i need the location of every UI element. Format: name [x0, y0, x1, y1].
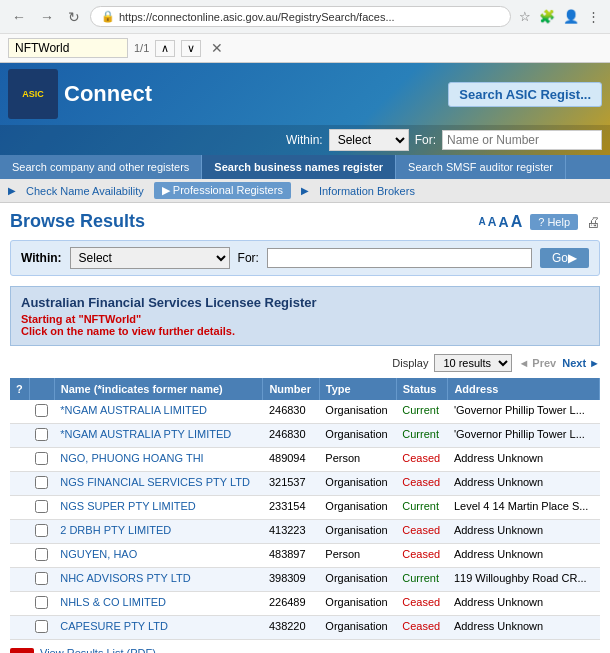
row-name-3[interactable]: NGS FINANCIAL SERVICES PTY LTD [54, 472, 263, 496]
row-status-6: Ceased [396, 544, 448, 568]
row-name-0[interactable]: *NGAM AUSTRALIA LIMITED [54, 400, 263, 424]
secondary-nav: ▶ Check Name Availability ▶ Professional… [0, 179, 610, 203]
pagination-controls-top: Display 10 results ◄ Prev Next ► [392, 354, 600, 372]
register-title: Australian Financial Services Licensee R… [21, 295, 589, 310]
table-row: NHC ADVISORS PTY LTD 398309 Organisation… [10, 568, 600, 592]
row-address-5: Address Unknown [448, 520, 600, 544]
row-help-4 [10, 496, 29, 520]
asic-logo: ASIC [8, 69, 58, 119]
pdf-content: View Results List (PDF) (only the result… [40, 646, 309, 653]
header-address: Address [448, 378, 600, 400]
row-status-1: Current [396, 424, 448, 448]
next-button-top[interactable]: Next ► [562, 357, 600, 369]
main-content: Browse Results A A A A ? Help 🖨 Within: … [0, 203, 610, 653]
back-browser-button[interactable]: ← [8, 7, 30, 27]
information-brokers-link[interactable]: Information Brokers [319, 185, 415, 197]
table-row: NGS FINANCIAL SERVICES PTY LTD 321537 Or… [10, 472, 600, 496]
prev-button-top[interactable]: ◄ Prev [518, 357, 556, 369]
tab-business-names[interactable]: Search business names register [202, 155, 396, 179]
pdf-link[interactable]: View Results List (PDF) [40, 647, 156, 653]
row-checkbox-2[interactable] [29, 448, 54, 472]
extensions-button[interactable]: 🧩 [537, 7, 557, 26]
help-button[interactable]: ? Help [530, 214, 578, 230]
register-info: Australian Financial Services Licensee R… [10, 286, 600, 346]
check-name-link[interactable]: Check Name Availability [26, 185, 144, 197]
table-row: CAPESURE PTY LTD 438220 Organisation Cea… [10, 616, 600, 640]
row-checkbox-8[interactable] [29, 592, 54, 616]
browse-header: Browse Results A A A A ? Help 🖨 [10, 211, 600, 232]
info-brokers-triangle: ▶ [301, 185, 309, 196]
find-prev-button[interactable]: ∧ [155, 40, 175, 57]
row-checkbox-0[interactable] [29, 400, 54, 424]
search-for-label: For: [238, 251, 259, 265]
search-asic-box: Search ASIC Regist... [448, 82, 602, 107]
row-checkbox-9[interactable] [29, 616, 54, 640]
header-for-input[interactable] [442, 130, 602, 150]
search-for-input[interactable] [267, 248, 532, 268]
display-label: Display [392, 357, 428, 369]
font-size-xlarge[interactable]: A [511, 213, 523, 231]
menu-button[interactable]: ⋮ [585, 7, 602, 26]
table-row: NGS SUPER PTY LIMITED 233154 Organisatio… [10, 496, 600, 520]
font-size-medium[interactable]: A [488, 213, 497, 231]
row-name-6[interactable]: NGUYEN, HAO [54, 544, 263, 568]
print-button[interactable]: 🖨 [586, 214, 600, 230]
row-name-2[interactable]: NGO, PHUONG HOANG THI [54, 448, 263, 472]
header-checkbox [29, 378, 54, 400]
row-status-9: Ceased [396, 616, 448, 640]
row-address-7: 119 Willoughby Road CR... [448, 568, 600, 592]
header-within-select[interactable]: Select [329, 129, 409, 151]
row-name-7[interactable]: NHC ADVISORS PTY LTD [54, 568, 263, 592]
row-help-7 [10, 568, 29, 592]
find-next-button[interactable]: ∨ [181, 40, 201, 57]
find-close-button[interactable]: ✕ [211, 40, 223, 56]
row-number-3: 321537 [263, 472, 319, 496]
row-type-1: Organisation [319, 424, 396, 448]
row-checkbox-7[interactable] [29, 568, 54, 592]
row-type-9: Organisation [319, 616, 396, 640]
row-name-1[interactable]: *NGAM AUSTRALIA PTY LIMITED [54, 424, 263, 448]
page-title: Browse Results [10, 211, 145, 232]
bookmark-button[interactable]: ☆ [517, 7, 533, 26]
row-help-9 [10, 616, 29, 640]
font-size-large[interactable]: A [499, 213, 509, 231]
row-number-7: 398309 [263, 568, 319, 592]
row-name-5[interactable]: 2 DRBH PTY LIMITED [54, 520, 263, 544]
row-status-0: Current [396, 400, 448, 424]
row-help-0 [10, 400, 29, 424]
find-input[interactable] [8, 38, 128, 58]
row-status-2: Ceased [396, 448, 448, 472]
browser-toolbar: ← → ↻ 🔒 https://connectonline.asic.gov.a… [0, 0, 610, 33]
professional-registers-button[interactable]: ▶ Professional Registers [154, 182, 291, 199]
row-help-6 [10, 544, 29, 568]
tab-smsf-auditor[interactable]: Search SMSF auditor register [396, 155, 566, 179]
font-size-small[interactable]: A [479, 213, 486, 231]
header-help: ? [10, 378, 29, 400]
table-row: *NGAM AUSTRALIA PTY LIMITED 246830 Organ… [10, 424, 600, 448]
row-checkbox-3[interactable] [29, 472, 54, 496]
logo-area: ASIC Connect [8, 69, 152, 119]
results-per-page-select-top[interactable]: 10 results [434, 354, 512, 372]
register-subtitle: Starting at "NFTWorld" Click on the name… [21, 313, 589, 337]
search-within-select[interactable]: Select [70, 247, 230, 269]
row-checkbox-6[interactable] [29, 544, 54, 568]
refresh-browser-button[interactable]: ↻ [64, 7, 84, 27]
table-row: *NGAM AUSTRALIA LIMITED 246830 Organisat… [10, 400, 600, 424]
row-type-4: Organisation [319, 496, 396, 520]
table-header-row: ? Name (*indicates former name) Number T… [10, 378, 600, 400]
row-checkbox-4[interactable] [29, 496, 54, 520]
address-bar[interactable]: 🔒 https://connectonline.asic.gov.au/Regi… [90, 6, 511, 27]
go-button[interactable]: Go▶ [540, 248, 589, 268]
row-checkbox-1[interactable] [29, 424, 54, 448]
search-asic-label: Search ASIC Regist... [459, 87, 591, 102]
for-label: For: [415, 133, 436, 147]
profile-button[interactable]: 👤 [561, 7, 581, 26]
row-name-8[interactable]: NHLS & CO LIMITED [54, 592, 263, 616]
row-name-4[interactable]: NGS SUPER PTY LIMITED [54, 496, 263, 520]
row-name-9[interactable]: CAPESURE PTY LTD [54, 616, 263, 640]
row-address-1: 'Governor Phillip Tower L... [448, 424, 600, 448]
lock-icon: 🔒 [101, 10, 115, 23]
row-checkbox-5[interactable] [29, 520, 54, 544]
tab-company-search[interactable]: Search company and other registers [0, 155, 202, 179]
forward-browser-button[interactable]: → [36, 7, 58, 27]
